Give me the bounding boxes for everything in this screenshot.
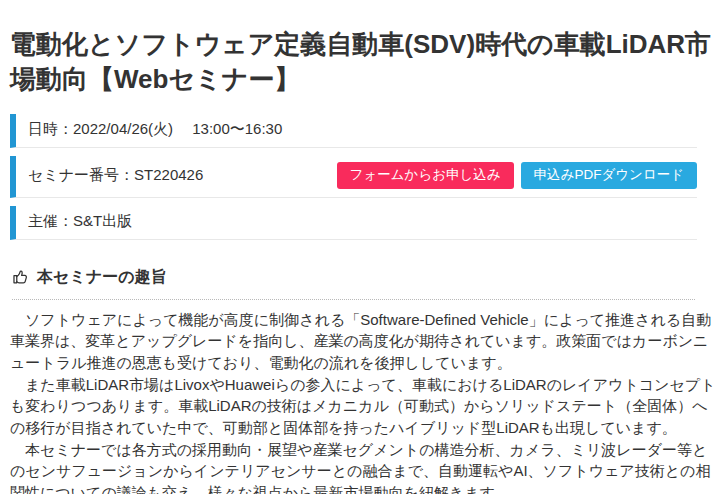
seminar-overview-text: ソフトウェアによって機能が高度に制御される「Software-Defined V… (10, 309, 717, 494)
section-title: 本セミナーの趣旨 (37, 267, 167, 288)
thumbs-up-icon (12, 268, 30, 286)
page-title: 電動化とソフトウェア定義自動車(SDV)時代の車載LiDAR市場動向【Webセミ… (10, 27, 717, 97)
apply-pdf-download-button[interactable]: 申込みPDFダウンロード (521, 162, 697, 189)
info-row-datetime: 日時：2022/04/26(火) 13:00〜16:30 (10, 114, 697, 148)
datetime-text: 日時：2022/04/26(火) 13:00〜16:30 (28, 120, 282, 139)
seminar-number-text: セミナー番号：ST220426 (28, 166, 203, 185)
seminar-info-list: 日時：2022/04/26(火) 13:00〜16:30 セミナー番号：ST22… (0, 114, 727, 240)
apply-form-button[interactable]: フォームからお申し込み (337, 162, 514, 189)
overview-paragraph-1: ソフトウェアによって機能が高度に制御される「Software-Defined V… (10, 309, 717, 374)
info-row-seminar-number: セミナー番号：ST220426 フォームからお申し込み 申込みPDFダウンロード (10, 156, 697, 198)
info-row-organizer: 主催：S&T出版 (10, 206, 697, 240)
apply-buttons: フォームからお申し込み 申込みPDFダウンロード (337, 162, 697, 189)
organizer-text: 主催：S&T出版 (28, 212, 132, 231)
section-header-overview: 本セミナーの趣旨 (12, 267, 695, 300)
overview-paragraph-2: また車載LiDAR市場はLivoxやHuaweiらの参入によって、車載におけるL… (10, 374, 717, 439)
overview-paragraph-3: 本セミナーでは各方式の採用動向・展望や産業セグメントの構造分析、カメラ、ミリ波レ… (10, 439, 717, 494)
seminar-page: 電動化とソフトウェア定義自動車(SDV)時代の車載LiDAR市場動向【Webセミ… (0, 27, 727, 494)
